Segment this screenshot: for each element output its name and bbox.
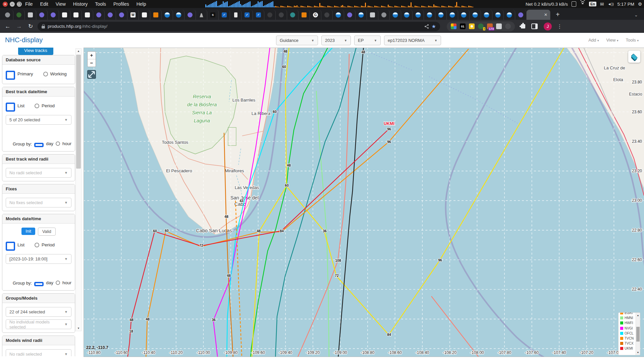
pinned-tab[interactable] — [492, 10, 504, 20]
radio-primary[interactable]: Primary — [6, 68, 33, 80]
pinned-tab[interactable] — [70, 10, 82, 20]
radio-list[interactable]: List — [6, 239, 24, 251]
pinned-tab[interactable] — [276, 10, 287, 20]
filter-select-2[interactable]: EP▼ — [354, 36, 381, 45]
layers-button[interactable] — [628, 51, 640, 63]
pinned-tab[interactable] — [424, 10, 435, 20]
pinned-tab[interactable] — [504, 10, 515, 20]
legend-scroll-up-icon[interactable]: ▲ — [636, 314, 640, 316]
pinned-tab[interactable] — [116, 10, 127, 20]
tab-close-icon[interactable]: ✕ — [544, 12, 547, 17]
pinned-tab[interactable] — [196, 10, 207, 20]
wifi-icon[interactable] — [580, 2, 585, 6]
pinned-tab[interactable] — [333, 10, 344, 20]
pinned-tab[interactable]: W — [127, 10, 139, 20]
fixes-select[interactable]: No fixes selected▼ — [6, 198, 71, 207]
pinned-tab[interactable] — [184, 10, 196, 20]
map-canvas[interactable]: Los BarrilesLa RiberaTodos SantosEl Pesc… — [84, 48, 644, 357]
pinned-tab[interactable] — [356, 10, 367, 20]
pinned-tab[interactable] — [447, 10, 458, 20]
pinned-tab[interactable] — [299, 10, 310, 20]
pinned-tab[interactable] — [458, 10, 470, 20]
os-menu-edit[interactable]: Edit — [40, 1, 48, 7]
pinned-tab[interactable] — [264, 10, 276, 20]
os-menu-file[interactable]: File — [25, 1, 33, 7]
pinned-tab[interactable] — [59, 10, 70, 20]
reload-button[interactable]: ↻ — [26, 23, 35, 30]
os-menu-tools[interactable]: Tools — [95, 1, 106, 7]
menu-add[interactable]: Add ▾ — [588, 38, 599, 43]
browser-menu-icon[interactable]: ⋮ — [557, 23, 562, 29]
share-icon[interactable] — [424, 24, 429, 29]
scroll-up-icon[interactable]: ▲ — [76, 50, 81, 53]
disabled-extension-icon[interactable] — [505, 23, 511, 29]
os-menu-help[interactable]: Help — [137, 1, 146, 7]
pinned-tab[interactable] — [82, 10, 93, 20]
pinned-tab[interactable] — [162, 10, 173, 20]
pinned-tab[interactable] — [105, 10, 116, 20]
mail-icon[interactable]: ✉ — [600, 1, 604, 7]
bookmark-star-icon[interactable]: ★ — [432, 23, 436, 29]
filter-select-3[interactable]: ep172023 NORMA▼ — [384, 36, 441, 45]
pinned-tab[interactable]: G — [310, 10, 321, 20]
pinned-tab[interactable]: ✓ — [253, 10, 264, 20]
address-bar[interactable]: products.hfip.org/nhc-display/ ★ — [38, 22, 440, 31]
pinned-tab[interactable] — [481, 10, 492, 20]
pinned-tab[interactable]: S — [207, 10, 219, 20]
legend-scroll-down-icon[interactable]: ▼ — [636, 351, 640, 354]
legend-scrollbar[interactable]: ▲ ▼ — [636, 313, 640, 355]
tab-counter-extension-icon[interactable]: 01 — [460, 23, 466, 29]
os-menu-history[interactable]: History — [73, 1, 88, 7]
profile-avatar[interactable]: J — [544, 22, 552, 31]
back-button[interactable]: ← — [3, 23, 12, 30]
volume-icon[interactable]: ◄)) — [607, 2, 613, 6]
sidebar-scrollbar[interactable]: ▲ ▼ — [75, 48, 82, 331]
radio-hour[interactable]: hour — [56, 141, 71, 146]
bulb-extension-icon[interactable] — [469, 23, 475, 29]
page-extension-icon[interactable] — [496, 23, 502, 29]
pinned-tab[interactable] — [515, 10, 527, 20]
menu-view[interactable]: View ▾ — [606, 38, 618, 43]
pinned-tab[interactable] — [435, 10, 447, 20]
zoom-in-button[interactable]: + — [88, 52, 96, 59]
view-tracks-button-top[interactable]: View tracks — [18, 48, 53, 55]
os-menu-view[interactable]: View — [56, 1, 66, 7]
pinned-tab[interactable] — [93, 10, 105, 20]
models-wind-radii-select[interactable]: No radii selected▼ — [6, 349, 71, 356]
filter-select-0[interactable]: Guidance▼ — [276, 36, 318, 45]
radio-hour[interactable]: hour — [56, 280, 71, 285]
individual-models-select[interactable]: No individual models selected▼ — [6, 319, 71, 329]
valid-button[interactable]: Valid — [38, 228, 56, 236]
active-tab[interactable]: ✕ — [527, 10, 550, 20]
radio-working[interactable]: Working — [43, 68, 67, 80]
menu-tools[interactable]: Tools ▾ — [626, 38, 639, 43]
best-track-wind-radii-select[interactable]: No radii selected▼ — [6, 168, 71, 178]
pinned-tab[interactable] — [25, 10, 36, 20]
pinned-tab[interactable] — [413, 10, 424, 20]
pinned-tab[interactable] — [13, 10, 25, 20]
pinned-tab[interactable]: ✓ — [219, 10, 230, 20]
radio-period[interactable]: Period — [35, 100, 55, 112]
pinned-tab[interactable] — [230, 10, 241, 20]
pinned-tab[interactable] — [367, 10, 378, 20]
model-legend[interactable]: EGRIHMNIHWFINVGIOFCLTVCNTVCXUKMI ▲ ▼ — [618, 312, 640, 355]
box-zoom-button[interactable] — [87, 70, 96, 79]
pinned-tab[interactable] — [2, 10, 13, 20]
clipboard-icon[interactable] — [572, 1, 576, 7]
pinned-tab[interactable] — [36, 10, 48, 20]
pinned-tab[interactable] — [139, 10, 150, 20]
radio-period[interactable]: Period — [35, 239, 55, 251]
window-minimize-icon[interactable]: − — [10, 2, 15, 7]
scroll-down-icon[interactable]: ▼ — [76, 327, 81, 330]
pinned-tab[interactable] — [470, 10, 481, 20]
pinned-tab[interactable] — [173, 10, 184, 20]
best-track-datetime-select[interactable]: 5 of 20 selected▼ — [6, 115, 71, 125]
zoom-out-button[interactable]: − — [88, 59, 96, 67]
filter-select-1[interactable]: 2023▼ — [321, 36, 351, 45]
os-menu-profiles[interactable]: Profiles — [113, 1, 129, 7]
init-button[interactable]: Init — [21, 228, 35, 235]
window-maximize-icon[interactable]: ❐ — [17, 2, 22, 7]
pinned-tab[interactable] — [378, 10, 390, 20]
pinned-tab[interactable] — [287, 10, 299, 20]
pinned-tab[interactable] — [150, 10, 162, 20]
